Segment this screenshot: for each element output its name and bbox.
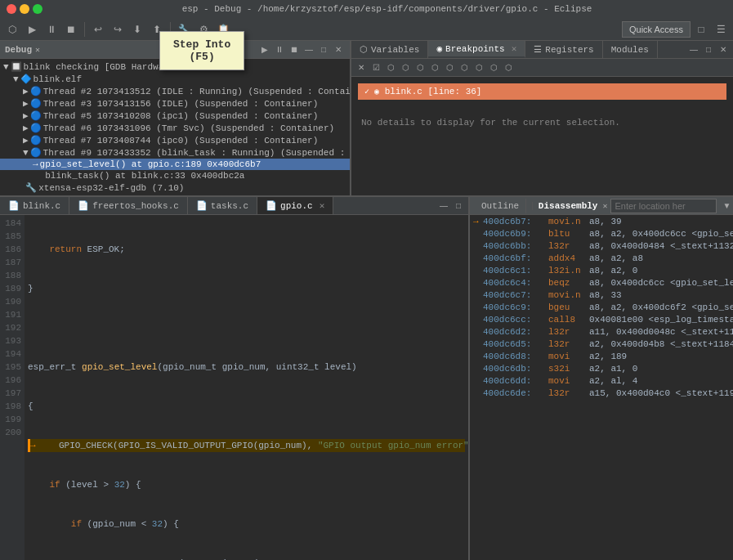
debug-item-gdb[interactable]: 🔧 xtensa-esp32-elf-gdb (7.10) <box>0 181 350 194</box>
tab-modules[interactable]: Modules <box>603 41 658 58</box>
debug-item-thread9[interactable]: ▼ 🔵 Thread #9 1073433352 (blink_task : R… <box>0 146 350 159</box>
debug-max-btn[interactable]: □ <box>317 43 330 56</box>
toolbar-btn-6[interactable]: ↪ <box>109 20 127 38</box>
maximize-button[interactable] <box>33 4 42 14</box>
code-area[interactable]: return ESP_OK; } esp_err_t gpio_set_leve… <box>25 215 468 560</box>
disasm-row[interactable]: 400dc6d2:l32ra11, 0x400d0048c <_stext+11… <box>470 325 733 338</box>
disasm-row[interactable]: 400dc6de:l32ra15, 0x400d04c0 <_stext+119… <box>470 387 733 399</box>
bp-btn-7[interactable]: ⬡ <box>443 61 456 74</box>
window-controls[interactable] <box>7 4 42 14</box>
debug-item-thread2[interactable]: ▶ 🔵 Thread #2 1073413512 (IDLE : Running… <box>0 85 350 97</box>
debug-pause-btn[interactable]: ⏸ <box>273 43 286 56</box>
var-panel-min[interactable]: — <box>687 43 700 56</box>
step-into-line1: Step Into <box>173 38 230 51</box>
tab-blink-c[interactable]: 📄 blink.c <box>0 197 69 214</box>
location-input[interactable] <box>610 199 717 213</box>
bp-btn-5[interactable]: ⬡ <box>413 61 427 74</box>
bp-btn-8[interactable]: ⬡ <box>458 61 471 74</box>
debug-item-thread7[interactable]: ▶ 🔵 Thread #7 1073408744 (ipc0) (Suspend… <box>0 134 350 146</box>
step-into-tooltip: Step Into (F5) <box>159 31 244 70</box>
code-editor: 📄 blink.c 📄 freertos_hooks.c 📄 tasks.c 📄… <box>0 197 470 560</box>
toolbar-btn-3[interactable]: ⏸ <box>42 20 60 38</box>
debug-panel-icons: ▶ ⏸ ⏹ — □ ✕ <box>258 43 345 56</box>
disasm-row[interactable]: 400dc6bb:l32ra8, 0x400d0484 <_stext+1132… <box>470 240 733 252</box>
disasm-row[interactable]: 400dc6cc:call80x40081e00 <esp_log_timest… <box>470 313 733 325</box>
bp-btn-9[interactable]: ⬡ <box>472 61 485 74</box>
editor-max[interactable]: □ <box>452 199 465 213</box>
toolbar-btn-2[interactable]: ▶ <box>23 20 41 38</box>
disasm-header: Outline | Disassembly ✕ ▼ ⬡ ⬡ ⬡ ⬡ ⬡ ⬡ — … <box>470 197 733 215</box>
var-panel-tabs: ⬡ Variables ◉ Breakpoints ✕ ☰ Registers … <box>351 41 733 59</box>
debug-item-thread3[interactable]: ▶ 🔵 Thread #3 1073413156 (IDLE) (Suspend… <box>0 97 350 110</box>
debug-item-frame-gpio[interactable]: → gpio_set_level() at gpio.c:189 0x400dc… <box>0 159 350 170</box>
toolbar-icon-2[interactable]: ☰ <box>712 20 730 38</box>
tab-tasks[interactable]: 📄 tasks.c <box>188 197 257 214</box>
disasm-row[interactable]: 400dc6d8:movia2, 189 <box>470 350 733 362</box>
disasm-go-btn[interactable]: ▼ <box>720 199 733 213</box>
var-panel-max[interactable]: □ <box>702 43 715 56</box>
disasm-row[interactable]: 400dc6db:s32ia2, a1, 0 <box>470 362 733 374</box>
code-line-187: esp_err_t gpio_set_level(gpio_num_t gpio… <box>28 361 465 374</box>
line-numbers: 1841851861871881891901911921931941951961… <box>0 215 25 560</box>
disasm-row[interactable]: 400dc6b9:bltua8, a2, 0x400dc6cc <gpio_se… <box>470 227 733 240</box>
disasm-content[interactable]: →400dc6b7:movi.na8, 39 400dc6b9:bltua8, … <box>470 215 733 560</box>
disasm-row[interactable]: 400dc6c4:beqza8, 0x400dc6cc <gpio_set_le… <box>470 276 733 289</box>
code-line-186 <box>28 321 465 334</box>
disasm-row[interactable]: 400dc6c1:l32i.na8, a2, 0 <box>470 264 733 276</box>
toolbar-separator-1 <box>84 22 85 37</box>
close-button[interactable] <box>7 4 16 14</box>
bp-btn-11[interactable]: ⬡ <box>502 61 515 74</box>
disasm-row[interactable]: 400dc6bf:addx4a8, a2, a8 <box>470 252 733 264</box>
debug-item-thread6[interactable]: ▶ 🔵 Thread #6 1073431096 (Tmr Svc) (Susp… <box>0 122 350 134</box>
outline-tab[interactable]: Outline <box>475 199 526 213</box>
debug-stop-btn[interactable]: ⏹ <box>288 43 301 56</box>
var-panel-close[interactable]: ✕ <box>717 43 730 56</box>
code-line-188: { <box>28 400 465 413</box>
toolbar-btn-4[interactable]: ⏹ <box>62 20 80 38</box>
breakpoints-close[interactable]: ✕ <box>512 43 517 54</box>
tab-gpio-c[interactable]: 📄 gpio.c ✕ <box>257 197 333 214</box>
disasm-row[interactable]: →400dc6b7:movi.na8, 39 <box>470 215 733 227</box>
disasm-title-label: Disassembly <box>539 201 598 211</box>
bp-btn-1[interactable]: ✕ <box>355 61 368 74</box>
disasm-row[interactable]: 400dc6dd:movia2, al, 4 <box>470 374 733 387</box>
toolbar-icon-1[interactable]: □ <box>692 20 710 38</box>
tab-freertos[interactable]: 📄 freertos_hooks.c <box>69 197 188 214</box>
bp-btn-2[interactable]: ☑ <box>369 61 382 74</box>
minimize-button[interactable] <box>20 4 29 14</box>
disasm-panel: Outline | Disassembly ✕ ▼ ⬡ ⬡ ⬡ ⬡ ⬡ ⬡ — … <box>470 197 733 560</box>
bp-btn-10[interactable]: ⬡ <box>487 61 500 74</box>
debug-min-btn[interactable]: — <box>302 43 315 56</box>
toolbar-btn-1[interactable]: ⬡ <box>3 20 21 38</box>
toolbar-btn-7[interactable]: ⬇ <box>128 20 146 38</box>
editor-tabs: 📄 blink.c 📄 freertos_hooks.c 📄 tasks.c 📄… <box>0 197 468 215</box>
disasm-row[interactable]: 400dc6d5:l32ra2, 0x400d04b8 <_stext+1184… <box>470 338 733 350</box>
quick-access-button[interactable]: Quick Access <box>622 21 691 38</box>
breakpoints-toolbar: ✕ ☑ ⬡ ⬡ ⬡ ⬡ ⬡ ⬡ ⬡ ⬡ ⬡ <box>351 59 733 77</box>
bp-btn-4[interactable]: ⬡ <box>399 61 412 74</box>
code-line-185: } <box>28 282 465 295</box>
breakpoint-item[interactable]: ✓ ◉ blink.c [line: 36] <box>358 83 726 100</box>
disasm-close-icon[interactable]: ✕ <box>602 201 607 211</box>
debug-resume-btn[interactable]: ▶ <box>258 43 271 56</box>
editor-min[interactable]: — <box>437 199 450 213</box>
code-line-189: → GPIO_CHECK(GPIO_IS_VALID_OUTPUT_GPIO(g… <box>28 439 465 452</box>
disasm-row[interactable]: 400dc6c7:movi.na8, 33 <box>470 289 733 301</box>
code-line-184: return ESP_OK; <box>28 243 465 256</box>
tab-breakpoints[interactable]: ◉ Breakpoints ✕ <box>428 41 525 58</box>
debug-item-elf[interactable]: ▼ 🔷 blink.elf <box>0 73 350 85</box>
tab-registers[interactable]: ☰ Registers <box>525 41 602 58</box>
toolbar-btn-5[interactable]: ↩ <box>89 20 107 38</box>
disasm-row[interactable]: 400dc6c9:bgeua8, a2, 0x400dc6f2 <gpio_se… <box>470 301 733 313</box>
step-into-line2: (F5) <box>173 51 230 63</box>
debug-item-thread5[interactable]: ▶ 🔵 Thread #5 1073410208 (ipc1) (Suspend… <box>0 110 350 122</box>
tab-variables[interactable]: ⬡ Variables <box>351 41 428 58</box>
bp-btn-3[interactable]: ⬡ <box>384 61 397 74</box>
gpio-tab-close[interactable]: ✕ <box>320 200 325 211</box>
bottom-area: 📄 blink.c 📄 freertos_hooks.c 📄 tasks.c 📄… <box>0 197 733 560</box>
bp-btn-6[interactable]: ⬡ <box>428 61 441 74</box>
editor-content[interactable]: 1841851861871881891901911921931941951961… <box>0 215 468 560</box>
debug-panel-title: Debug <box>5 45 32 55</box>
debug-item-frame-blink[interactable]: blink_task() at blink.c:33 0x400dbc2a <box>0 170 350 181</box>
debug-close-btn[interactable]: ✕ <box>332 43 345 56</box>
